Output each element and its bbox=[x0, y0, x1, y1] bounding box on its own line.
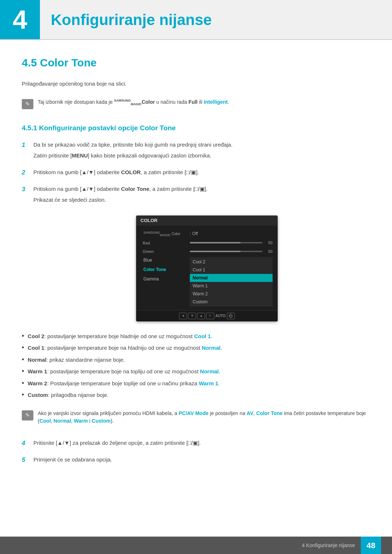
menu-item-blue: Blue bbox=[141, 256, 183, 264]
red-slider-value: 50 bbox=[265, 240, 273, 246]
steps-list-bottom: 4 Pritisnite [▲/▼] za prelazak do željen… bbox=[22, 439, 370, 466]
submenu-cool2: Cool 2 bbox=[190, 258, 273, 266]
step-number-1: 1 bbox=[22, 140, 29, 150]
subsection-title: Konfiguriranje postavki opcije Color Ton… bbox=[39, 124, 176, 132]
green-slider-bar bbox=[190, 251, 262, 252]
subsection-number: 4.5.1 bbox=[22, 124, 37, 132]
footer-icon-1: ◄ bbox=[179, 313, 187, 319]
warm1-label: Warm 1 bbox=[28, 368, 47, 374]
menu-label: MENU bbox=[72, 152, 88, 159]
footer-auto-label: AUTO bbox=[215, 313, 225, 319]
monitor-screen: COLOR SAMSUNGMAGIC Color Red Green bbox=[136, 216, 278, 321]
step-content-1: Da bi se prikazao vodič za tipke, pritis… bbox=[33, 140, 233, 162]
menu-left: SAMSUNGMAGIC Color Red Green Blue Color … bbox=[141, 229, 183, 307]
step-item-5: 5 Primijenit će se odabrana opcija. bbox=[22, 455, 370, 466]
chapter-header: 4 Konfiguriranje nijanse bbox=[0, 0, 392, 40]
submenu-custom: Custom bbox=[190, 298, 273, 306]
cool1-label: Cool 1 bbox=[28, 345, 44, 351]
pc-av-mode-label: PC/AV Mode bbox=[179, 410, 208, 416]
footer-page-number: 48 bbox=[361, 537, 381, 554]
content-area: 4.5 Color Tone Prilagođavanje općenitog … bbox=[0, 54, 392, 466]
step-content-3: Pritiskom na gumb [▲/▼] odaberite Color … bbox=[33, 185, 208, 206]
color-tone-note-label: Color Tone bbox=[256, 410, 283, 416]
note-text-1: Taj izbornik nije dostupan kada je SAMSU… bbox=[38, 98, 229, 107]
page-container: 4 Konfiguriranje nijanse 4.5 Color Tone … bbox=[0, 0, 392, 554]
step-content-4: Pritisnite [▲/▼] za prelazak do željene … bbox=[33, 439, 201, 450]
footer-icon-4: ↵ bbox=[206, 313, 214, 319]
step-number-3: 3 bbox=[22, 185, 29, 194]
normal-note: Normal bbox=[54, 418, 71, 424]
bullet-list: • Cool 2: postavljanje temperature boje … bbox=[22, 332, 370, 399]
menu-item-color-tone: Color Tone bbox=[141, 265, 183, 274]
red-slider-bar bbox=[190, 242, 262, 243]
monitor-container: COLOR SAMSUNGMAGIC Color Red Green bbox=[44, 216, 370, 321]
step-content-2: Pritiskom na gumb [▲/▼] odaberite COLOR,… bbox=[33, 168, 199, 179]
chapter-title-block: Konfiguriranje nijanse bbox=[40, 0, 222, 39]
note-icon-2 bbox=[22, 410, 33, 420]
bullet-warm1: • Warm 1: postavljanje temperature boje … bbox=[22, 368, 370, 376]
bullet-cool2: • Cool 2: postavljanje temperature boje … bbox=[22, 332, 370, 341]
custom-label: Custom bbox=[28, 392, 48, 398]
warm2-label: Warm 2 bbox=[28, 380, 47, 386]
footer-chapter-text: 4 Konfiguriranje nijanse bbox=[302, 542, 355, 549]
step-number-5: 5 bbox=[22, 455, 29, 465]
bullet-cool1: • Cool 1: postavljanje temperature boje … bbox=[22, 344, 370, 352]
page-footer: 4 Konfiguriranje nijanse 48 bbox=[0, 537, 392, 554]
submenu-warm1: Warm 1 bbox=[190, 282, 273, 290]
green-slider-fill bbox=[190, 251, 241, 252]
section-number: 4.5 bbox=[22, 57, 37, 69]
av-label: AV bbox=[247, 410, 253, 416]
menu-item-gamma: Gamma bbox=[141, 275, 183, 283]
note-text-2: Ako je vanjski izvor signala priključen … bbox=[38, 410, 370, 425]
section-title: Color Tone bbox=[40, 57, 97, 69]
footer-icon-2: ▼ bbox=[188, 313, 196, 319]
step-number-2: 2 bbox=[22, 168, 29, 177]
step-content-5: Primijenit će se odabrana opcija. bbox=[33, 455, 112, 466]
submenu-container: Cool 2 Cool 1 Normal Warm 1 Warm 2 Custo… bbox=[190, 257, 273, 307]
submenu-normal: Normal bbox=[190, 274, 273, 282]
submenu-warm2: Warm 2 bbox=[190, 290, 273, 298]
color-label: COLOR bbox=[121, 169, 140, 175]
chapter-number: 4 bbox=[0, 0, 40, 39]
red-slider-fill bbox=[190, 242, 241, 243]
magic-color-value: : Off bbox=[190, 229, 273, 238]
cool-note: Cool bbox=[40, 418, 51, 424]
normal-label: Normal bbox=[28, 357, 46, 363]
cool1-ref-1: Cool 1 bbox=[194, 333, 211, 339]
step-item-4: 4 Pritisnite [▲/▼] za prelazak do željen… bbox=[22, 439, 370, 450]
note-box-2: Ako je vanjski izvor signala priključen … bbox=[22, 407, 370, 428]
subsection-heading: 4.5.1 Konfiguriranje postavki opcije Col… bbox=[22, 123, 370, 134]
section-heading: 4.5 Color Tone bbox=[22, 54, 370, 71]
footer-icon-3: ▲ bbox=[197, 313, 205, 319]
chapter-title: Konfiguriranje nijanse bbox=[51, 8, 212, 31]
monitor-footer: ◄ ▼ ▲ ↵ AUTO ⏻ bbox=[136, 310, 278, 321]
green-slider-value: 50 bbox=[265, 249, 273, 255]
step-number-4: 4 bbox=[22, 439, 29, 448]
normal-ref-2: Normal bbox=[200, 368, 219, 374]
note-box-1: Taj izbornik nije dostupan kada je SAMSU… bbox=[22, 95, 370, 112]
slider-red: Red bbox=[141, 239, 183, 247]
monitor-right: : Off 50 50 bbox=[190, 229, 273, 307]
bullet-normal: • Normal: prikaz standardne nijanse boje… bbox=[22, 356, 370, 364]
color-tone-step-label: Color Tone bbox=[121, 186, 149, 192]
cool2-label: Cool 2 bbox=[28, 333, 44, 339]
intro-text: Prilagođavanje općenitog tona boje na sl… bbox=[22, 80, 370, 88]
red-slider-row: 50 bbox=[190, 239, 273, 247]
full-label: Full bbox=[188, 99, 197, 105]
warm1-ref: Warm 1 bbox=[199, 380, 219, 386]
submenu-cool1: Cool 1 bbox=[190, 266, 273, 274]
warm-note: Warm bbox=[74, 418, 88, 424]
note-icon-1 bbox=[22, 99, 33, 109]
bullet-custom: • Custom: prilagodba nijanse boje. bbox=[22, 391, 370, 399]
footer-icon-power: ⏻ bbox=[227, 313, 235, 319]
bullet-warm2: • Warm 2: Postavljanje temperature boje … bbox=[22, 379, 370, 388]
steps-list: 1 Da bi se prikazao vodič za tipke, prit… bbox=[22, 140, 370, 206]
slider-green: Green bbox=[141, 248, 183, 255]
monitor-header: COLOR bbox=[136, 216, 278, 226]
menu-item-magic: SAMSUNGMAGIC Color bbox=[141, 229, 183, 239]
intelligent-label: Intelligent bbox=[204, 99, 228, 105]
footer-icons: ◄ ▼ ▲ ↵ AUTO ⏻ bbox=[179, 313, 234, 319]
step-item-2: 2 Pritiskom na gumb [▲/▼] odaberite COLO… bbox=[22, 168, 370, 179]
custom-note: Custom bbox=[92, 418, 111, 424]
monitor-body: SAMSUNGMAGIC Color Red Green Blue Color … bbox=[136, 226, 278, 310]
